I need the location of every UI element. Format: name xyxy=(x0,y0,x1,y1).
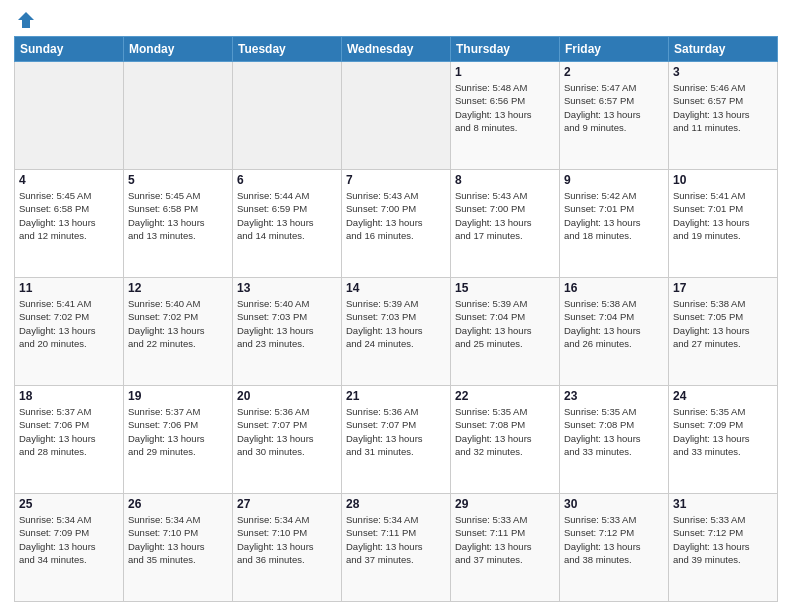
day-info: Sunrise: 5:35 AM Sunset: 7:08 PM Dayligh… xyxy=(564,405,664,458)
calendar-cell: 12Sunrise: 5:40 AM Sunset: 7:02 PM Dayli… xyxy=(124,278,233,386)
day-info: Sunrise: 5:41 AM Sunset: 7:01 PM Dayligh… xyxy=(673,189,773,242)
calendar-cell: 11Sunrise: 5:41 AM Sunset: 7:02 PM Dayli… xyxy=(15,278,124,386)
calendar-cell: 8Sunrise: 5:43 AM Sunset: 7:00 PM Daylig… xyxy=(451,170,560,278)
day-number: 21 xyxy=(346,389,446,403)
calendar-cell: 26Sunrise: 5:34 AM Sunset: 7:10 PM Dayli… xyxy=(124,494,233,602)
calendar-cell: 13Sunrise: 5:40 AM Sunset: 7:03 PM Dayli… xyxy=(233,278,342,386)
calendar-cell: 18Sunrise: 5:37 AM Sunset: 7:06 PM Dayli… xyxy=(15,386,124,494)
day-number: 11 xyxy=(19,281,119,295)
day-info: Sunrise: 5:34 AM Sunset: 7:11 PM Dayligh… xyxy=(346,513,446,566)
calendar-week-1: 1Sunrise: 5:48 AM Sunset: 6:56 PM Daylig… xyxy=(15,62,778,170)
day-number: 22 xyxy=(455,389,555,403)
day-number: 10 xyxy=(673,173,773,187)
day-number: 24 xyxy=(673,389,773,403)
day-info: Sunrise: 5:34 AM Sunset: 7:10 PM Dayligh… xyxy=(237,513,337,566)
calendar-cell: 5Sunrise: 5:45 AM Sunset: 6:58 PM Daylig… xyxy=(124,170,233,278)
day-info: Sunrise: 5:40 AM Sunset: 7:03 PM Dayligh… xyxy=(237,297,337,350)
day-info: Sunrise: 5:33 AM Sunset: 7:11 PM Dayligh… xyxy=(455,513,555,566)
calendar-header-thursday: Thursday xyxy=(451,37,560,62)
calendar-cell: 27Sunrise: 5:34 AM Sunset: 7:10 PM Dayli… xyxy=(233,494,342,602)
calendar-cell: 28Sunrise: 5:34 AM Sunset: 7:11 PM Dayli… xyxy=(342,494,451,602)
calendar-cell: 17Sunrise: 5:38 AM Sunset: 7:05 PM Dayli… xyxy=(669,278,778,386)
day-info: Sunrise: 5:45 AM Sunset: 6:58 PM Dayligh… xyxy=(19,189,119,242)
calendar-cell xyxy=(342,62,451,170)
day-info: Sunrise: 5:41 AM Sunset: 7:02 PM Dayligh… xyxy=(19,297,119,350)
day-number: 14 xyxy=(346,281,446,295)
day-number: 19 xyxy=(128,389,228,403)
day-number: 27 xyxy=(237,497,337,511)
calendar-cell: 3Sunrise: 5:46 AM Sunset: 6:57 PM Daylig… xyxy=(669,62,778,170)
day-info: Sunrise: 5:33 AM Sunset: 7:12 PM Dayligh… xyxy=(673,513,773,566)
calendar-cell: 29Sunrise: 5:33 AM Sunset: 7:11 PM Dayli… xyxy=(451,494,560,602)
day-number: 30 xyxy=(564,497,664,511)
day-info: Sunrise: 5:47 AM Sunset: 6:57 PM Dayligh… xyxy=(564,81,664,134)
day-info: Sunrise: 5:37 AM Sunset: 7:06 PM Dayligh… xyxy=(19,405,119,458)
day-number: 25 xyxy=(19,497,119,511)
day-number: 28 xyxy=(346,497,446,511)
day-info: Sunrise: 5:44 AM Sunset: 6:59 PM Dayligh… xyxy=(237,189,337,242)
calendar-cell: 31Sunrise: 5:33 AM Sunset: 7:12 PM Dayli… xyxy=(669,494,778,602)
day-number: 13 xyxy=(237,281,337,295)
calendar-cell: 15Sunrise: 5:39 AM Sunset: 7:04 PM Dayli… xyxy=(451,278,560,386)
day-info: Sunrise: 5:39 AM Sunset: 7:03 PM Dayligh… xyxy=(346,297,446,350)
calendar-cell: 24Sunrise: 5:35 AM Sunset: 7:09 PM Dayli… xyxy=(669,386,778,494)
calendar-cell: 7Sunrise: 5:43 AM Sunset: 7:00 PM Daylig… xyxy=(342,170,451,278)
day-number: 5 xyxy=(128,173,228,187)
calendar-header-tuesday: Tuesday xyxy=(233,37,342,62)
calendar-cell: 21Sunrise: 5:36 AM Sunset: 7:07 PM Dayli… xyxy=(342,386,451,494)
calendar-cell: 2Sunrise: 5:47 AM Sunset: 6:57 PM Daylig… xyxy=(560,62,669,170)
calendar-cell: 19Sunrise: 5:37 AM Sunset: 7:06 PM Dayli… xyxy=(124,386,233,494)
calendar-cell: 23Sunrise: 5:35 AM Sunset: 7:08 PM Dayli… xyxy=(560,386,669,494)
day-number: 7 xyxy=(346,173,446,187)
day-number: 23 xyxy=(564,389,664,403)
calendar-header-saturday: Saturday xyxy=(669,37,778,62)
day-number: 3 xyxy=(673,65,773,79)
day-number: 8 xyxy=(455,173,555,187)
page: SundayMondayTuesdayWednesdayThursdayFrid… xyxy=(0,0,792,612)
day-info: Sunrise: 5:33 AM Sunset: 7:12 PM Dayligh… xyxy=(564,513,664,566)
day-number: 6 xyxy=(237,173,337,187)
calendar-cell xyxy=(15,62,124,170)
day-info: Sunrise: 5:38 AM Sunset: 7:04 PM Dayligh… xyxy=(564,297,664,350)
calendar-cell: 16Sunrise: 5:38 AM Sunset: 7:04 PM Dayli… xyxy=(560,278,669,386)
calendar-cell: 9Sunrise: 5:42 AM Sunset: 7:01 PM Daylig… xyxy=(560,170,669,278)
day-number: 15 xyxy=(455,281,555,295)
day-number: 16 xyxy=(564,281,664,295)
day-number: 26 xyxy=(128,497,228,511)
calendar-header-sunday: Sunday xyxy=(15,37,124,62)
day-number: 4 xyxy=(19,173,119,187)
calendar-header-row: SundayMondayTuesdayWednesdayThursdayFrid… xyxy=(15,37,778,62)
svg-marker-0 xyxy=(18,12,34,28)
day-info: Sunrise: 5:45 AM Sunset: 6:58 PM Dayligh… xyxy=(128,189,228,242)
calendar-cell: 30Sunrise: 5:33 AM Sunset: 7:12 PM Dayli… xyxy=(560,494,669,602)
day-info: Sunrise: 5:38 AM Sunset: 7:05 PM Dayligh… xyxy=(673,297,773,350)
day-number: 12 xyxy=(128,281,228,295)
calendar-header-friday: Friday xyxy=(560,37,669,62)
calendar-week-5: 25Sunrise: 5:34 AM Sunset: 7:09 PM Dayli… xyxy=(15,494,778,602)
logo xyxy=(14,10,36,30)
day-info: Sunrise: 5:43 AM Sunset: 7:00 PM Dayligh… xyxy=(346,189,446,242)
day-info: Sunrise: 5:34 AM Sunset: 7:09 PM Dayligh… xyxy=(19,513,119,566)
calendar-cell: 14Sunrise: 5:39 AM Sunset: 7:03 PM Dayli… xyxy=(342,278,451,386)
day-number: 31 xyxy=(673,497,773,511)
calendar-cell: 10Sunrise: 5:41 AM Sunset: 7:01 PM Dayli… xyxy=(669,170,778,278)
calendar-cell xyxy=(124,62,233,170)
day-info: Sunrise: 5:37 AM Sunset: 7:06 PM Dayligh… xyxy=(128,405,228,458)
calendar-cell: 25Sunrise: 5:34 AM Sunset: 7:09 PM Dayli… xyxy=(15,494,124,602)
header xyxy=(14,10,778,30)
day-info: Sunrise: 5:43 AM Sunset: 7:00 PM Dayligh… xyxy=(455,189,555,242)
calendar-week-3: 11Sunrise: 5:41 AM Sunset: 7:02 PM Dayli… xyxy=(15,278,778,386)
day-number: 20 xyxy=(237,389,337,403)
day-info: Sunrise: 5:40 AM Sunset: 7:02 PM Dayligh… xyxy=(128,297,228,350)
calendar-cell: 6Sunrise: 5:44 AM Sunset: 6:59 PM Daylig… xyxy=(233,170,342,278)
calendar-cell: 20Sunrise: 5:36 AM Sunset: 7:07 PM Dayli… xyxy=(233,386,342,494)
day-info: Sunrise: 5:35 AM Sunset: 7:09 PM Dayligh… xyxy=(673,405,773,458)
day-info: Sunrise: 5:36 AM Sunset: 7:07 PM Dayligh… xyxy=(237,405,337,458)
calendar-cell xyxy=(233,62,342,170)
day-info: Sunrise: 5:35 AM Sunset: 7:08 PM Dayligh… xyxy=(455,405,555,458)
day-info: Sunrise: 5:36 AM Sunset: 7:07 PM Dayligh… xyxy=(346,405,446,458)
day-number: 9 xyxy=(564,173,664,187)
day-number: 29 xyxy=(455,497,555,511)
day-number: 2 xyxy=(564,65,664,79)
day-number: 1 xyxy=(455,65,555,79)
